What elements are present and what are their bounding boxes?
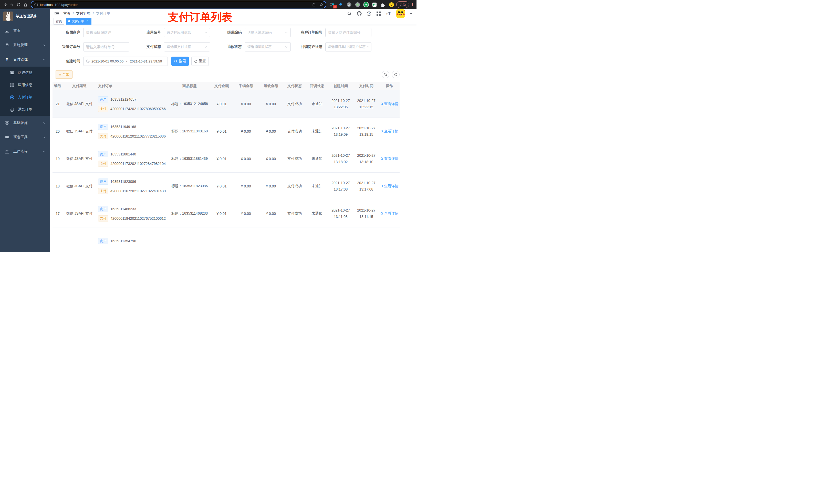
channel-code-select[interactable]: 请输入渠道编码 [245,28,291,37]
forward-icon[interactable] [9,1,15,8]
create-time-range-picker[interactable]: 2021-10-01 00:00:00 - 2021-10-31 23:59:5… [83,56,168,66]
cell-paid: 2021-10-2713:19:15 [354,125,379,138]
refresh-icon[interactable] [392,71,400,78]
merchant-input-field[interactable] [86,30,126,34]
url-bar[interactable]: localhost:1024/pay/order [31,1,326,8]
cell-refund: ¥ 0.00 [259,102,283,106]
sidebar-item-system[interactable]: 系统管理 [0,38,50,52]
notify-status-select[interactable]: 请选择订单回调商户状态 [325,42,372,51]
cell-id: 20 [52,129,63,134]
search-icon[interactable] [347,11,352,16]
cell-amount: ¥ 0.01 [210,102,233,106]
yen-icon: ¥ [5,57,9,62]
avatar[interactable] [396,9,405,18]
merchant-order-no-field[interactable] [328,30,368,34]
sidebar-item-home[interactable]: 首页 [0,24,50,38]
share-icon[interactable] [312,3,316,7]
command-extension-icon[interactable]: ⌘ [346,2,352,7]
app-logo-row[interactable]: 芋道管理系统 [0,9,50,24]
filter-refund-status: 退款状态 请选择退款状态 [216,42,296,51]
chevron-down-icon [285,45,288,48]
back-icon[interactable] [2,1,9,8]
table-row[interactable]: 商户1635311354796 [52,227,400,252]
table-row[interactable]: 19 微信 JSAPI 支付 商户1635311881440 支付4200001… [52,145,400,173]
sidebar-item-pay-order[interactable]: ¥ 支付订单 [0,91,50,103]
table-row[interactable]: 20 微信 JSAPI 支付 商户1635311949168 支付4200001… [52,118,400,145]
cell-notify: 未通知 [306,211,328,216]
cell-order: 商户1635311354796 [96,238,169,244]
breadcrumb-home[interactable]: 首页 [63,11,70,16]
github-icon[interactable] [357,11,362,16]
emoji-profile-icon[interactable] [388,2,394,7]
view-detail-link[interactable]: 查看详情 [380,184,399,189]
table-toolbar: 导出 [52,70,400,79]
table-row[interactable]: 17 微信 JSAPI 支付 商户1635311468233 支付4200001… [52,200,400,227]
filter-pay-status: 支付状态 请选择支付状态 [135,42,216,51]
font-size-icon[interactable]: TT [386,11,391,16]
chat-extension-icon[interactable] [372,2,377,7]
tags-view-bar: 首页 支付订单 × [50,18,416,25]
table-row[interactable]: 18 微信 JSAPI 支付 商户1635311823086 支付4200001… [52,173,400,200]
kite-extension-icon[interactable] [338,2,343,7]
sidebar-item-app-info[interactable]: 应用信息 [0,79,50,91]
sidebar-item-devtools[interactable]: 研发工具 [0,130,50,144]
monitor-icon [5,121,9,125]
view-detail-link[interactable]: 查看详情 [380,102,399,106]
channel-order-no-input[interactable] [83,42,129,51]
home-icon[interactable] [22,1,29,8]
vue-extension-icon[interactable]: y [363,2,369,7]
help-icon[interactable]: ? [366,11,372,16]
pay-order-no: 4200001174202110278060590766 [111,107,166,111]
url-text[interactable]: localhost:1024/pay/order [40,3,310,7]
recorder-extension-icon[interactable] [355,2,360,7]
site-info-icon[interactable] [34,3,38,6]
refund-status-select[interactable]: 请选择退款状态 [245,42,291,51]
reload-icon[interactable] [15,1,22,8]
sidebar-item-workflow[interactable]: 工作流程 [0,144,50,159]
devtools-extension-icon[interactable]: 10 [329,2,335,7]
sidebar-item-pay[interactable]: ¥ 支付管理 [0,52,50,67]
toggle-search-icon[interactable] [382,71,389,78]
browser-menu-icon[interactable]: ⋮ [411,2,414,7]
merchant-input[interactable] [83,28,129,37]
fullscreen-icon[interactable] [376,11,381,16]
app-no-select[interactable]: 请选择应用信息 [164,28,210,37]
tag-home[interactable]: 首页 [53,18,64,25]
search-button[interactable]: 搜索 [171,56,189,66]
breadcrumb-current: 支付订单 [96,11,111,16]
merchant-tag: 商户 [98,151,109,157]
table-header: 编号 支付渠道 支付订单 商品标题 支付金额 手续金额 退款金额 支付状态 回调… [52,82,400,90]
chevron-down-icon [285,31,288,34]
cell-paid: 2021-10-2713:18:10 [354,152,379,165]
sidebar-item-refund-order[interactable]: 退款订单 [0,103,50,116]
view-detail-link[interactable]: 查看详情 [380,211,399,216]
cell-action: 查看详情 [379,211,400,216]
cell-order: 商户1635312124657 支付4200001174202110278060… [96,96,169,112]
cell-refund: ¥ 0.00 [259,184,283,188]
browser-update-button[interactable]: 更新 [396,1,409,8]
view-detail-link[interactable]: 查看详情 [380,157,399,161]
channel-order-no-field[interactable] [86,45,126,49]
merchant-order-no: 1635311881440 [111,152,136,156]
caret-down-icon[interactable] [410,13,412,15]
pay-status-select[interactable]: 请选择支付状态 [164,42,210,51]
tag-pay-order[interactable]: 支付订单 × [66,18,91,25]
export-button[interactable]: 导出 [55,70,73,79]
merchant-order-no-input[interactable] [325,28,372,37]
hamburger-icon[interactable] [54,11,59,16]
view-detail-link[interactable]: 查看详情 [380,129,399,134]
reset-button[interactable]: 重置 [191,56,209,66]
sidebar-item-infrastructure[interactable]: 基础设施 [0,116,50,130]
bookmark-star-icon[interactable] [319,3,323,7]
extensions-puzzle-icon[interactable] [380,2,386,7]
sidebar-item-merchant-info[interactable]: 商户信息 [0,67,50,79]
cell-title: 标题：1635312124656 [169,102,210,106]
table-row[interactable]: 21 微信 JSAPI 支付 商户1635312124657 支付4200001… [52,90,400,118]
chevron-up-icon [43,58,46,61]
date-to[interactable]: 2021-10-31 23:59:59 [130,59,162,63]
breadcrumb-pay[interactable]: 支付管理 [76,11,90,16]
cell-created: 2021-10-2713:18:02 [328,152,354,165]
date-from[interactable]: 2021-10-01 00:00:00 [91,59,123,63]
close-icon[interactable]: × [86,20,89,23]
cell-amount: ¥ 0.01 [210,157,233,161]
